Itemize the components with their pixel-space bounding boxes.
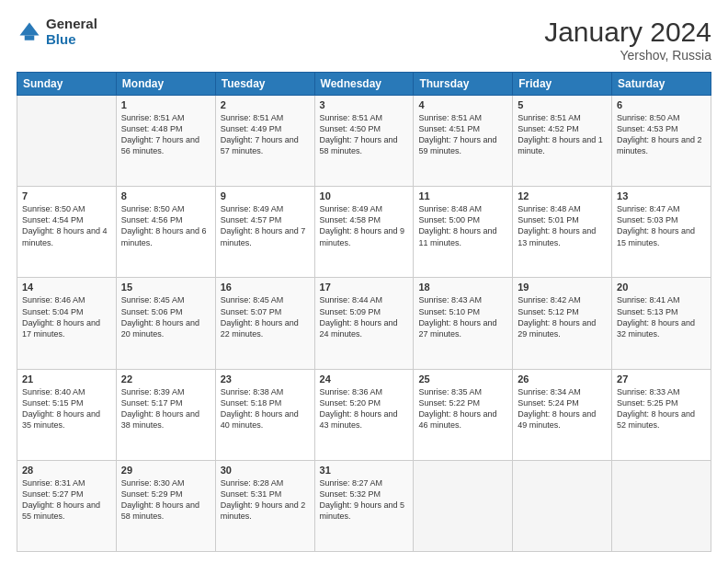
day-number: 5 bbox=[518, 99, 607, 110]
day-number: 11 bbox=[418, 190, 507, 201]
calendar-cell: 15Sunrise: 8:45 AMSunset: 5:06 PMDayligh… bbox=[116, 278, 215, 369]
sunrise-text: Sunrise: 8:40 AM bbox=[22, 387, 85, 396]
daylight-text: Daylight: 8 hours and 49 minutes. bbox=[518, 409, 596, 430]
sunset-text: Sunset: 5:09 PM bbox=[320, 307, 381, 316]
sunset-text: Sunset: 5:04 PM bbox=[22, 307, 84, 316]
sunset-text: Sunset: 4:48 PM bbox=[121, 124, 183, 133]
calendar-cell: 4Sunrise: 8:51 AMSunset: 4:51 PMDaylight… bbox=[414, 96, 513, 187]
sunset-text: Sunset: 5:12 PM bbox=[518, 307, 579, 316]
sunset-text: Sunset: 5:01 PM bbox=[518, 215, 579, 224]
sunset-text: Sunset: 5:03 PM bbox=[617, 215, 678, 224]
sunrise-text: Sunrise: 8:49 AM bbox=[221, 204, 284, 213]
daylight-text: Daylight: 8 hours and 58 minutes. bbox=[121, 500, 199, 521]
logo-blue-text: Blue bbox=[46, 32, 97, 48]
calendar-cell: 1Sunrise: 8:51 AMSunset: 4:48 PMDaylight… bbox=[116, 96, 215, 187]
sunrise-text: Sunrise: 8:49 AM bbox=[320, 204, 383, 213]
day-header-sunday: Sunday bbox=[17, 73, 117, 96]
week-row-3: 14Sunrise: 8:46 AMSunset: 5:04 PMDayligh… bbox=[17, 278, 711, 369]
daylight-text: Daylight: 8 hours and 20 minutes. bbox=[121, 318, 199, 339]
sunset-text: Sunset: 4:50 PM bbox=[320, 124, 381, 133]
daylight-text: Daylight: 8 hours and 22 minutes. bbox=[221, 318, 299, 339]
day-header-friday: Friday bbox=[513, 73, 612, 96]
cell-info: Sunrise: 8:50 AMSunset: 4:53 PMDaylight:… bbox=[617, 112, 706, 157]
sunrise-text: Sunrise: 8:51 AM bbox=[221, 113, 284, 122]
sunset-text: Sunset: 5:07 PM bbox=[221, 307, 282, 316]
daylight-text: Daylight: 7 hours and 56 minutes. bbox=[121, 135, 199, 155]
calendar-cell: 31Sunrise: 8:27 AMSunset: 5:32 PMDayligh… bbox=[314, 460, 414, 551]
calendar-table: SundayMondayTuesdayWednesdayThursdayFrid… bbox=[17, 72, 711, 552]
cell-info: Sunrise: 8:38 AMSunset: 5:18 PMDaylight:… bbox=[221, 386, 310, 431]
day-number: 21 bbox=[22, 373, 111, 385]
daylight-text: Daylight: 8 hours and 11 minutes. bbox=[418, 226, 496, 247]
daylight-text: Daylight: 7 hours and 57 minutes. bbox=[221, 135, 299, 155]
sunrise-text: Sunrise: 8:47 AM bbox=[617, 204, 680, 213]
calendar-cell bbox=[513, 460, 612, 551]
week-row-1: 1Sunrise: 8:51 AMSunset: 4:48 PMDaylight… bbox=[17, 96, 711, 187]
daylight-text: Daylight: 8 hours and 1 minute. bbox=[518, 135, 603, 155]
cell-info: Sunrise: 8:43 AMSunset: 5:10 PMDaylight:… bbox=[418, 294, 507, 339]
day-number: 10 bbox=[320, 190, 409, 201]
sunset-text: Sunset: 5:29 PM bbox=[121, 489, 183, 499]
header: General Blue January 2024 Yershov, Russi… bbox=[17, 17, 711, 63]
cell-info: Sunrise: 8:50 AMSunset: 4:54 PMDaylight:… bbox=[22, 203, 111, 248]
daylight-text: Daylight: 8 hours and 24 minutes. bbox=[320, 318, 398, 339]
sunset-text: Sunset: 5:10 PM bbox=[418, 307, 480, 316]
daylight-text: Daylight: 8 hours and 46 minutes. bbox=[418, 409, 496, 430]
day-header-thursday: Thursday bbox=[414, 73, 513, 96]
month-year: January 2024 bbox=[544, 17, 711, 48]
sunrise-text: Sunrise: 8:34 AM bbox=[518, 387, 581, 396]
day-number: 14 bbox=[22, 282, 111, 293]
day-number: 25 bbox=[418, 373, 507, 385]
calendar-cell bbox=[17, 96, 117, 187]
cell-info: Sunrise: 8:31 AMSunset: 5:27 PMDaylight:… bbox=[22, 477, 111, 523]
sunset-text: Sunset: 5:24 PM bbox=[518, 398, 579, 408]
day-number: 6 bbox=[617, 99, 706, 110]
daylight-text: Daylight: 8 hours and 13 minutes. bbox=[518, 226, 596, 247]
cell-info: Sunrise: 8:39 AMSunset: 5:17 PMDaylight:… bbox=[121, 386, 210, 431]
day-number: 7 bbox=[22, 190, 111, 201]
calendar-cell: 2Sunrise: 8:51 AMSunset: 4:49 PMDaylight… bbox=[215, 96, 314, 187]
sunset-text: Sunset: 5:15 PM bbox=[22, 398, 84, 408]
calendar-cell: 7Sunrise: 8:50 AMSunset: 4:54 PMDaylight… bbox=[17, 187, 117, 278]
day-number: 2 bbox=[221, 99, 310, 110]
cell-info: Sunrise: 8:46 AMSunset: 5:04 PMDaylight:… bbox=[22, 294, 111, 339]
logo-general-text: General bbox=[46, 17, 97, 32]
cell-info: Sunrise: 8:47 AMSunset: 5:03 PMDaylight:… bbox=[617, 203, 706, 248]
day-number: 27 bbox=[617, 373, 706, 385]
daylight-text: Daylight: 8 hours and 4 minutes. bbox=[22, 226, 108, 247]
daylight-text: Daylight: 8 hours and 29 minutes. bbox=[518, 318, 596, 339]
sunset-text: Sunset: 4:52 PM bbox=[518, 124, 579, 133]
calendar-cell: 6Sunrise: 8:50 AMSunset: 4:53 PMDaylight… bbox=[612, 96, 711, 187]
day-number: 22 bbox=[121, 373, 210, 385]
day-number: 20 bbox=[617, 282, 706, 293]
calendar-cell: 17Sunrise: 8:44 AMSunset: 5:09 PMDayligh… bbox=[314, 278, 414, 369]
sunrise-text: Sunrise: 8:43 AM bbox=[418, 295, 482, 304]
cell-info: Sunrise: 8:48 AMSunset: 5:00 PMDaylight:… bbox=[418, 203, 507, 248]
cell-info: Sunrise: 8:40 AMSunset: 5:15 PMDaylight:… bbox=[22, 386, 111, 431]
day-number: 12 bbox=[518, 190, 607, 201]
sunrise-text: Sunrise: 8:51 AM bbox=[121, 113, 185, 122]
cell-info: Sunrise: 8:27 AMSunset: 5:32 PMDaylight:… bbox=[320, 477, 409, 523]
sunrise-text: Sunrise: 8:51 AM bbox=[518, 113, 581, 122]
day-number: 18 bbox=[418, 282, 507, 293]
sunrise-text: Sunrise: 8:41 AM bbox=[617, 295, 680, 304]
cell-info: Sunrise: 8:45 AMSunset: 5:07 PMDaylight:… bbox=[221, 294, 310, 339]
day-number: 17 bbox=[320, 282, 409, 293]
daylight-text: Daylight: 8 hours and 38 minutes. bbox=[121, 409, 199, 430]
sunset-text: Sunset: 5:20 PM bbox=[320, 398, 381, 408]
daylight-text: Daylight: 8 hours and 6 minutes. bbox=[121, 226, 207, 247]
sunrise-text: Sunrise: 8:35 AM bbox=[418, 387, 482, 396]
daylight-text: Daylight: 8 hours and 40 minutes. bbox=[221, 409, 299, 430]
day-header-tuesday: Tuesday bbox=[215, 73, 314, 96]
calendar-cell: 19Sunrise: 8:42 AMSunset: 5:12 PMDayligh… bbox=[513, 278, 612, 369]
calendar-cell: 30Sunrise: 8:28 AMSunset: 5:31 PMDayligh… bbox=[215, 460, 314, 551]
day-header-saturday: Saturday bbox=[612, 73, 711, 96]
cell-info: Sunrise: 8:49 AMSunset: 4:58 PMDaylight:… bbox=[320, 203, 409, 248]
calendar-cell: 27Sunrise: 8:33 AMSunset: 5:25 PMDayligh… bbox=[612, 369, 711, 460]
svg-marker-0 bbox=[20, 22, 40, 35]
cell-info: Sunrise: 8:51 AMSunset: 4:49 PMDaylight:… bbox=[221, 112, 310, 157]
svg-rect-1 bbox=[25, 35, 35, 40]
sunrise-text: Sunrise: 8:36 AM bbox=[320, 387, 383, 396]
daylight-text: Daylight: 8 hours and 27 minutes. bbox=[418, 318, 496, 339]
title-block: January 2024 Yershov, Russia bbox=[544, 17, 711, 63]
